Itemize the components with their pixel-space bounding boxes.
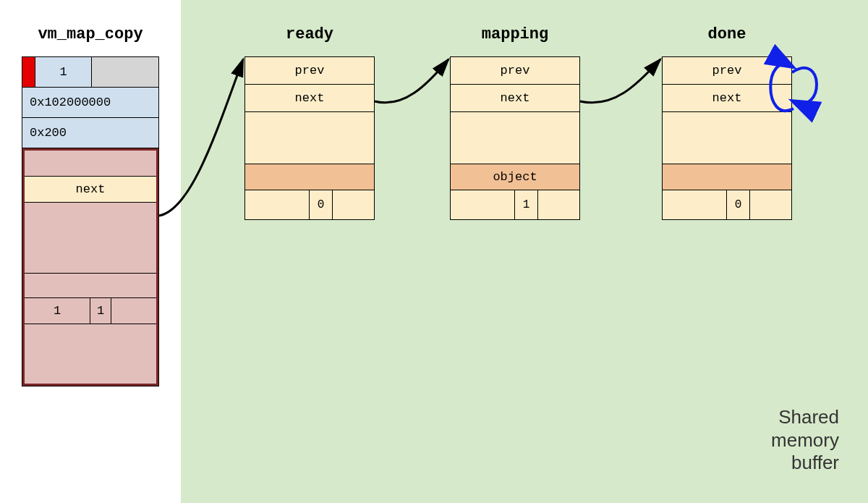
diagram-canvas: vm_map_copy ready mapping done 1 0x10200… xyxy=(0,0,868,503)
mapping-object: object xyxy=(451,164,579,190)
mapping-wired: 1 xyxy=(515,190,538,219)
done-wired: 0 xyxy=(727,190,750,219)
ready-bits-left xyxy=(245,190,310,219)
ready-title: ready xyxy=(244,25,375,43)
done-title: done xyxy=(662,25,792,43)
mapping-prev: prev xyxy=(451,57,579,85)
done-prev: prev xyxy=(663,57,791,85)
ready-object xyxy=(245,164,374,190)
caption-line2: memory xyxy=(771,429,839,452)
ready-spacer xyxy=(245,112,374,164)
mapping-bits-left xyxy=(451,190,515,219)
fake-entry: next 1 1 xyxy=(22,148,158,386)
fake-prev xyxy=(25,151,156,177)
done-spacer xyxy=(663,112,791,164)
vmcopy-struct: 1 0x102000000 0x200 next 1 1 xyxy=(22,56,159,386)
done-next: next xyxy=(663,85,791,112)
entry-mapping: prev next object 1 xyxy=(450,56,580,220)
fake-bit-mid: 1 xyxy=(90,298,111,324)
entry-ready: prev next 0 xyxy=(244,56,375,220)
fake-gap2 xyxy=(25,324,156,384)
fake-object xyxy=(25,274,156,298)
mapping-title: mapping xyxy=(450,25,580,43)
caption-line1: Shared xyxy=(771,406,839,428)
ready-bits-right xyxy=(333,190,374,219)
fake-gap1 xyxy=(25,203,156,274)
done-bits-right xyxy=(750,190,791,219)
caption-line3: buffer xyxy=(771,452,839,474)
mapping-spacer xyxy=(451,112,579,164)
fake-bit-left: 1 xyxy=(25,298,90,324)
vmcopy-offset: 0x102000000 xyxy=(22,88,158,118)
vmcopy-pad xyxy=(92,57,158,87)
done-object xyxy=(663,164,791,190)
shared-buffer-caption: Shared memory buffer xyxy=(771,406,839,474)
fake-next: next xyxy=(25,177,156,202)
done-bits-left xyxy=(663,190,727,219)
vmcopy-title: vm_map_copy xyxy=(22,25,159,43)
vmcopy-type: 1 xyxy=(35,57,92,87)
vmcopy-size: 0x200 xyxy=(22,118,158,148)
ready-prev: prev xyxy=(245,57,374,85)
ready-wired: 0 xyxy=(310,190,333,219)
mapping-bits-right xyxy=(538,190,579,219)
ready-next: next xyxy=(245,85,374,112)
vmcopy-flag xyxy=(22,57,35,87)
entry-done: prev next 0 xyxy=(662,56,792,220)
mapping-next: next xyxy=(451,85,579,112)
